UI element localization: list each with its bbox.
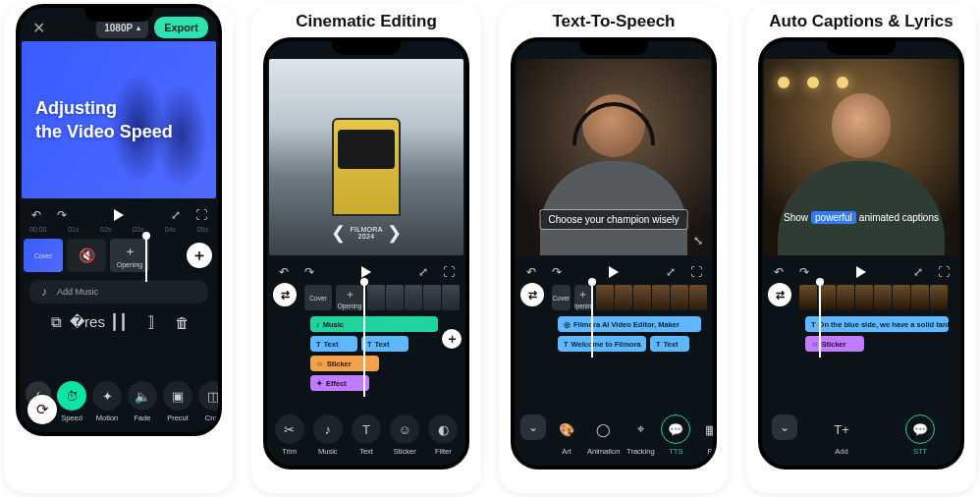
redo-icon[interactable]: ↷ [550,265,564,279]
export-button[interactable]: Export [154,17,208,38]
play-button[interactable] [114,209,124,221]
undo-icon[interactable]: ↶ [524,265,538,279]
film-strip[interactable] [367,285,460,310]
sticker-clip[interactable]: ☺Sticker [805,336,864,352]
undo-icon[interactable]: ↶ [772,265,786,279]
playhead[interactable] [363,281,365,397]
redo-icon[interactable]: ↷ [55,208,69,222]
transport-bar: ↶↷ ⤢⛶ [515,259,713,281]
tool-precut[interactable]: ▣Precut [163,381,192,422]
fullscreen-icon[interactable]: ⛶ [937,265,951,279]
delete-icon[interactable]: 🗑 [175,315,189,329]
resize-handle-icon[interactable]: ⤡ [693,234,703,248]
layer-toggle[interactable]: ⇄ [273,283,297,306]
clip-label: Sticker [327,359,352,368]
opening-label: Opening [117,261,142,268]
cover-thumb[interactable]: Cover [304,285,332,310]
opening-thumb[interactable]: ＋Opening [336,285,363,310]
tool-fade[interactable]: 🔈Fade [128,381,157,422]
sticker-icon: ☺ [811,340,819,349]
redo-icon[interactable]: ↷ [797,265,811,279]
timeline[interactable]: ⇄ TOn the blue side, we have a solid tan… [762,281,960,358]
undo-icon[interactable]: ↶ [29,208,43,222]
film-strip[interactable] [799,285,948,310]
tool-speed[interactable]: ⏱Speed [57,381,86,422]
music-icon: ♪ [37,285,51,299]
text-clip[interactable]: TWelcome to Filmora [558,336,646,352]
split-icon[interactable]: ┃┃ [112,315,126,329]
redo-icon[interactable]: ↷ [302,265,316,279]
cover-thumb[interactable]: Cover [552,285,571,310]
effect-clip[interactable]: ✦Effect [310,375,369,391]
tool-filter[interactable]: ◐Filter [427,414,460,456]
play-button[interactable] [609,266,619,278]
tool-sticker[interactable]: ☺Sticker [389,414,421,456]
magic-icon: ✦ [316,379,323,388]
add-clip-button[interactable]: ＋ [187,243,212,268]
video-preview[interactable]: ❮ FILMORA2024 ❯ [269,59,463,255]
zoom-icon[interactable]: ⤢ [664,265,678,279]
tool-preset[interactable]: ▦Pr [696,414,717,456]
film-strip[interactable] [596,285,707,310]
tool-motion[interactable]: ✦Motion [92,381,122,422]
play-button[interactable] [856,266,866,278]
timeline[interactable]: Cover 🔇 ＋Opening ＋ [20,235,218,276]
opening-thumb[interactable]: ＋Opening [574,285,593,310]
trim-end-icon[interactable]: ⟧ [143,315,157,329]
cover-thumb[interactable]: Cover [24,239,63,272]
transport-bar: ↶ ↷ ⤢ ⛶ [20,202,218,224]
video-preview[interactable]: Choose your champion wisely ⤡ [517,59,711,255]
trim-start-icon[interactable]: �res [81,315,94,329]
collapse-button[interactable]: ⌄ [772,414,797,440]
timeline[interactable]: ⇄ Cover ＋Opening ◎Filmora AI Video Edito… [515,281,713,358]
animation-icon: ◯ [596,422,611,437]
art-icon: 🎨 [559,422,574,437]
notch [579,41,648,55]
text-clip[interactable]: TText [650,336,689,352]
collapse-button[interactable]: ⌄ [520,414,546,440]
tool-crop[interactable]: ◫Crop [198,381,222,422]
undo-icon[interactable]: ↶ [277,265,291,279]
play-button[interactable] [361,266,371,278]
text-clip[interactable]: TText [361,336,408,352]
tool-add[interactable]: T+Add [807,414,876,456]
zoom-icon[interactable]: ⤢ [416,265,430,279]
text-clip[interactable]: TText [310,336,357,352]
timeline[interactable]: ⇄ Cover ＋Opening ＋ ♪Music TTextTText ☺St… [267,281,465,397]
tool-trim[interactable]: ✂Trim [273,414,305,456]
tool-music[interactable]: ♪Music [311,414,344,456]
add-music-row[interactable]: ♪ Add Music [29,280,208,304]
sticker-clip[interactable]: ☺Sticker [310,356,379,371]
video-preview[interactable]: Adjusting the Video Speed [22,41,216,198]
layer-toggle[interactable]: ⇄ [520,283,544,306]
tool-stt[interactable]: 💬STT [886,414,954,456]
preset-icon: ▦ [705,422,717,437]
overlay-line2: the Video Speed [35,120,216,143]
reload-button[interactable]: ⟳ [27,395,57,424]
tts-clip[interactable]: ◎Filmora AI Video Editor, Maker [558,316,701,332]
opening-thumb[interactable]: ＋Opening [110,239,149,272]
playhead[interactable] [591,281,593,358]
video-preview[interactable]: Show powerful animated captions [764,59,958,255]
fullscreen-icon[interactable]: ⛶ [689,265,703,279]
clip-label: Text [324,340,339,349]
caption-overlay[interactable]: Choose your champion wisely [540,209,688,230]
tool-text[interactable]: TText [350,414,382,456]
zoom-icon[interactable]: ⤢ [911,265,925,279]
playhead[interactable] [145,235,147,282]
close-icon[interactable]: ✕ [29,19,47,36]
tool-tracking[interactable]: ⌖Tracking [626,414,655,456]
fullscreen-icon[interactable]: ⛶ [442,265,456,279]
music-clip[interactable]: ♪Music [310,316,438,332]
playhead[interactable] [819,281,821,358]
tool-animation[interactable]: ◯Animation [587,414,620,456]
fullscreen-icon[interactable]: ⛶ [194,208,208,222]
layer-toggle[interactable]: ⇄ [768,283,791,306]
tool-art[interactable]: 🎨Art [552,414,581,456]
tool-tts[interactable]: 💬TTS [661,414,690,456]
motion-icon: ✦ [102,389,113,404]
zoom-icon[interactable]: ⤢ [169,208,183,222]
copy-icon[interactable]: ⧉ [49,315,63,329]
mute-thumb[interactable]: 🔇 [67,239,106,272]
caption-clip[interactable]: TOn the blue side, we have a solid tank … [805,316,949,332]
